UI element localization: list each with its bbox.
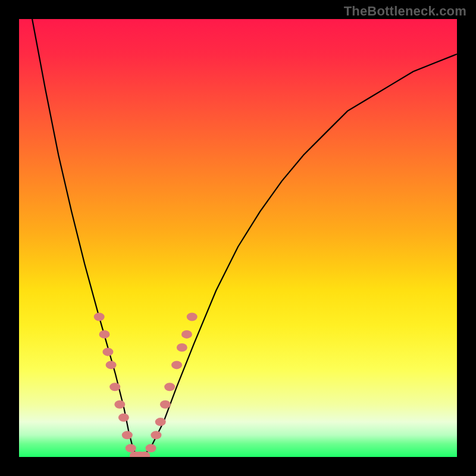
marker-point [155,418,166,426]
plot-area [19,19,457,457]
watermark-text: TheBottleneck.com [344,4,466,19]
marker-point [94,313,105,321]
marker-point [109,383,120,391]
marker-point [151,431,161,439]
bottleneck-curve [32,19,457,457]
marker-point [99,330,110,339]
marker-point [102,347,113,356]
curve-svg [19,19,457,457]
marker-point [187,313,198,321]
marker-point [106,361,117,369]
marker-point [181,330,192,339]
chart-container: TheBottleneck.com [0,0,476,476]
marker-point [160,400,171,409]
marker-point [122,431,133,439]
marker-point [114,400,125,409]
highlighted-markers [94,313,198,458]
marker-point [171,361,182,369]
marker-point [118,414,129,422]
marker-point [126,444,136,452]
marker-point [164,383,175,391]
marker-point [177,343,187,352]
marker-point [146,444,156,452]
